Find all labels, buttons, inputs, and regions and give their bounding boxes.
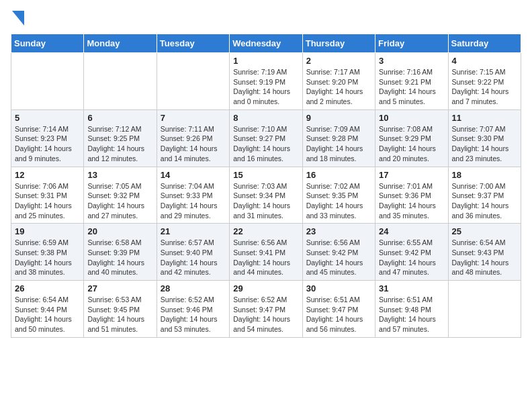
calendar-cell: 23Sunrise: 6:56 AMSunset: 9:42 PMDayligh… [302,224,375,281]
day-info: Sunrise: 6:54 AMSunset: 9:44 PMDaylight:… [15,295,80,334]
day-number: 8 [233,113,298,123]
calendar-header-wednesday: Wednesday [230,34,302,53]
day-info: Sunrise: 6:52 AMSunset: 9:47 PMDaylight:… [233,295,298,334]
day-info: Sunrise: 6:51 AMSunset: 9:47 PMDaylight:… [306,295,371,334]
calendar-week-row: 19Sunrise: 6:59 AMSunset: 9:38 PMDayligh… [11,224,521,281]
calendar-week-row: 5Sunrise: 7:14 AMSunset: 9:23 PMDaylight… [11,109,521,167]
calendar-body: 1Sunrise: 7:19 AMSunset: 9:19 PMDaylight… [11,53,521,338]
day-info: Sunrise: 7:09 AMSunset: 9:28 PMDaylight:… [306,124,371,164]
day-info: Sunrise: 7:01 AMSunset: 9:36 PMDaylight:… [379,181,444,221]
calendar-cell: 16Sunrise: 7:02 AMSunset: 9:35 PMDayligh… [302,167,375,224]
day-number: 6 [87,113,152,123]
day-info: Sunrise: 7:04 AMSunset: 9:33 PMDaylight:… [161,181,226,221]
svg-marker-0 [12,11,24,26]
day-number: 21 [161,226,226,236]
calendar-cell: 30Sunrise: 6:51 AMSunset: 9:47 PMDayligh… [302,281,375,338]
day-number: 31 [379,283,444,293]
calendar-cell: 12Sunrise: 7:06 AMSunset: 9:31 PMDayligh… [11,167,84,224]
logo-flag-icon [12,11,24,26]
calendar-header-tuesday: Tuesday [157,34,229,53]
day-number: 12 [15,170,80,180]
day-number: 7 [161,113,226,123]
calendar-cell: 9Sunrise: 7:09 AMSunset: 9:28 PMDaylight… [302,109,375,167]
calendar-header-saturday: Saturday [448,34,521,53]
calendar-header-monday: Monday [84,34,157,53]
day-number: 17 [379,170,444,180]
calendar-cell: 2Sunrise: 7:17 AMSunset: 9:20 PMDaylight… [302,53,375,110]
calendar-cell: 27Sunrise: 6:53 AMSunset: 9:45 PMDayligh… [84,281,157,338]
calendar-cell: 7Sunrise: 7:11 AMSunset: 9:26 PMDaylight… [157,109,229,167]
calendar-cell [157,53,229,110]
calendar-header-sunday: Sunday [11,34,84,53]
day-number: 10 [379,113,444,123]
page-header [11,11,521,28]
day-info: Sunrise: 7:19 AMSunset: 9:19 PMDaylight:… [233,67,298,107]
day-number: 3 [379,56,444,66]
day-info: Sunrise: 6:57 AMSunset: 9:40 PMDaylight:… [161,238,226,277]
day-info: Sunrise: 6:59 AMSunset: 9:38 PMDaylight:… [15,238,80,277]
calendar-cell: 22Sunrise: 6:56 AMSunset: 9:41 PMDayligh… [230,224,302,281]
calendar-cell: 20Sunrise: 6:58 AMSunset: 9:39 PMDayligh… [84,224,157,281]
day-info: Sunrise: 7:06 AMSunset: 9:31 PMDaylight:… [15,181,80,221]
calendar-cell [84,53,157,110]
day-number: 24 [379,226,444,236]
calendar-header-thursday: Thursday [302,34,375,53]
calendar-cell: 19Sunrise: 6:59 AMSunset: 9:38 PMDayligh… [11,224,84,281]
day-number: 14 [161,170,226,180]
calendar-week-row: 26Sunrise: 6:54 AMSunset: 9:44 PMDayligh… [11,281,521,338]
day-number: 1 [233,56,298,66]
calendar-cell: 13Sunrise: 7:05 AMSunset: 9:32 PMDayligh… [84,167,157,224]
day-info: Sunrise: 7:11 AMSunset: 9:26 PMDaylight:… [161,124,226,164]
day-info: Sunrise: 7:16 AMSunset: 9:21 PMDaylight:… [379,67,444,107]
day-info: Sunrise: 6:53 AMSunset: 9:45 PMDaylight:… [87,295,152,334]
day-number: 20 [87,226,152,236]
calendar-cell: 3Sunrise: 7:16 AMSunset: 9:21 PMDaylight… [375,53,448,110]
day-info: Sunrise: 7:05 AMSunset: 9:32 PMDaylight:… [87,181,152,221]
day-info: Sunrise: 7:02 AMSunset: 9:35 PMDaylight:… [306,181,371,221]
day-number: 15 [233,170,298,180]
day-info: Sunrise: 6:56 AMSunset: 9:41 PMDaylight:… [233,238,298,277]
calendar-cell: 21Sunrise: 6:57 AMSunset: 9:40 PMDayligh… [157,224,229,281]
calendar-cell: 18Sunrise: 7:00 AMSunset: 9:37 PMDayligh… [448,167,521,224]
calendar-cell [11,53,84,110]
calendar-week-row: 1Sunrise: 7:19 AMSunset: 9:19 PMDaylight… [11,53,521,110]
day-info: Sunrise: 6:51 AMSunset: 9:48 PMDaylight:… [379,295,444,334]
calendar-cell: 26Sunrise: 6:54 AMSunset: 9:44 PMDayligh… [11,281,84,338]
calendar-cell: 11Sunrise: 7:07 AMSunset: 9:30 PMDayligh… [448,109,521,167]
day-number: 11 [452,113,517,123]
calendar-cell: 28Sunrise: 6:52 AMSunset: 9:46 PMDayligh… [157,281,229,338]
day-number: 9 [306,113,371,123]
day-info: Sunrise: 7:14 AMSunset: 9:23 PMDaylight:… [15,124,80,164]
calendar-cell: 31Sunrise: 6:51 AMSunset: 9:48 PMDayligh… [375,281,448,338]
day-number: 28 [161,283,226,293]
calendar-cell: 17Sunrise: 7:01 AMSunset: 9:36 PMDayligh… [375,167,448,224]
day-number: 4 [452,56,517,66]
day-info: Sunrise: 7:07 AMSunset: 9:30 PMDaylight:… [452,124,517,164]
day-info: Sunrise: 7:15 AMSunset: 9:22 PMDaylight:… [452,67,517,107]
day-number: 19 [15,226,80,236]
calendar-cell: 4Sunrise: 7:15 AMSunset: 9:22 PMDaylight… [448,53,521,110]
day-info: Sunrise: 6:54 AMSunset: 9:43 PMDaylight:… [452,238,517,277]
day-info: Sunrise: 7:17 AMSunset: 9:20 PMDaylight:… [306,67,371,107]
day-info: Sunrise: 7:08 AMSunset: 9:29 PMDaylight:… [379,124,444,164]
calendar-week-row: 12Sunrise: 7:06 AMSunset: 9:31 PMDayligh… [11,167,521,224]
day-info: Sunrise: 7:12 AMSunset: 9:25 PMDaylight:… [87,124,152,164]
day-number: 23 [306,226,371,236]
day-number: 27 [87,283,152,293]
calendar-cell: 29Sunrise: 6:52 AMSunset: 9:47 PMDayligh… [230,281,302,338]
day-info: Sunrise: 6:52 AMSunset: 9:46 PMDaylight:… [161,295,226,334]
calendar-header-friday: Friday [375,34,448,53]
day-number: 5 [15,113,80,123]
day-number: 25 [452,226,517,236]
day-info: Sunrise: 7:00 AMSunset: 9:37 PMDaylight:… [452,181,517,221]
calendar-cell: 1Sunrise: 7:19 AMSunset: 9:19 PMDaylight… [230,53,302,110]
day-number: 22 [233,226,298,236]
day-number: 13 [87,170,152,180]
day-number: 30 [306,283,371,293]
calendar-cell: 25Sunrise: 6:54 AMSunset: 9:43 PMDayligh… [448,224,521,281]
day-info: Sunrise: 6:56 AMSunset: 9:42 PMDaylight:… [306,238,371,277]
calendar-header-row: SundayMondayTuesdayWednesdayThursdayFrid… [11,34,521,53]
day-info: Sunrise: 7:10 AMSunset: 9:27 PMDaylight:… [233,124,298,164]
logo [11,11,24,28]
day-info: Sunrise: 7:03 AMSunset: 9:34 PMDaylight:… [233,181,298,221]
